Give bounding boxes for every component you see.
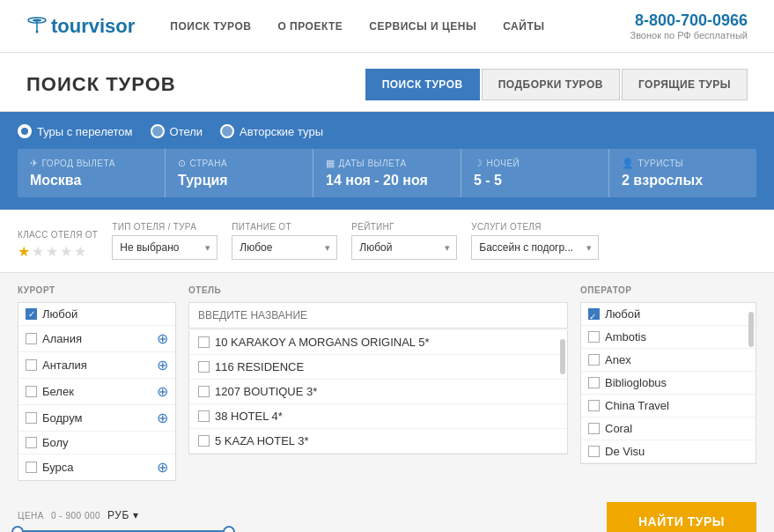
star-4[interactable]: ★ xyxy=(60,243,72,260)
field-dates[interactable]: ▦ ДАТЫ ВЫЛЕТА 14 ноя - 20 ноя xyxy=(313,149,461,197)
resort-label-3: Белек xyxy=(42,385,151,398)
op-cb-1[interactable] xyxy=(588,331,600,343)
op-cb-5[interactable] xyxy=(588,423,600,434)
resort-cb-4[interactable] xyxy=(26,412,37,424)
search-type-row: Туры с перелетом Отели Авторские туры xyxy=(18,124,756,138)
op-label-4: China Travel xyxy=(605,399,669,412)
field-tourists[interactable]: 👤 ТУРИСТЫ 2 взрослых xyxy=(609,149,756,197)
filter-rating: РЕЙТИНГ Любой xyxy=(351,222,457,260)
flight-icon: ✈ xyxy=(30,158,39,169)
star-3[interactable]: ★ xyxy=(46,243,58,260)
radio-hotels[interactable]: Отели xyxy=(151,124,203,138)
search-button[interactable]: НАЙТИ ТУРЫ xyxy=(607,502,756,532)
slider-thumb-right[interactable] xyxy=(223,526,235,532)
operator-scrollbar[interactable] xyxy=(748,312,754,347)
op-cb-6[interactable] xyxy=(588,446,600,457)
radio-tours-with-flight[interactable]: Туры с перелетом xyxy=(18,124,133,138)
hotel-cb-4[interactable] xyxy=(198,435,210,447)
operator-col-title: ОПЕРАТОР xyxy=(580,285,756,295)
nav-item-sites[interactable]: САЙТЫ xyxy=(503,20,544,33)
resort-cb-2[interactable] xyxy=(26,359,37,371)
resort-column: КУРОРТ Любой Алания ⊕ Анталия ⊕ xyxy=(18,285,176,481)
search-panel: Туры с перелетом Отели Авторские туры ✈ … xyxy=(0,112,774,210)
services-label: УСЛУГИ ОТЕЛЯ xyxy=(471,222,599,232)
hotel-item-3[interactable]: 38 HOTEL 4* xyxy=(189,404,567,429)
hotel-item-4[interactable]: 5 KAZA HOTEL 3* xyxy=(189,429,567,454)
resort-item-0[interactable]: Любой xyxy=(18,303,175,326)
hotel-scrollbar[interactable] xyxy=(560,339,565,374)
logo[interactable]: tourvisor xyxy=(26,15,135,38)
slider-thumb-left[interactable] xyxy=(11,526,24,532)
search-fields-row: ✈ ГОРОД ВЫЛЕТА Москва ⊙ СТРАНА Турция ▦ … xyxy=(18,149,756,197)
hotel-item-1[interactable]: 116 RESIDENCE xyxy=(189,355,567,380)
resort-item-1[interactable]: Алания ⊕ xyxy=(18,326,175,352)
field-nights[interactable]: ☽ НОЧЕЙ 5 - 5 xyxy=(461,149,609,197)
resort-cb-5[interactable] xyxy=(26,437,37,448)
resort-cb-6[interactable] xyxy=(26,462,37,473)
stars-row[interactable]: ★ ★ ★ ★ ★ xyxy=(18,243,98,260)
op-item-2[interactable]: Anex xyxy=(581,349,756,372)
person-icon: 👤 xyxy=(622,158,635,169)
op-cb-4[interactable] xyxy=(588,400,600,411)
star-5[interactable]: ★ xyxy=(74,243,86,260)
op-item-5[interactable]: Coral xyxy=(581,417,756,440)
op-item-6[interactable]: De Visu xyxy=(581,440,756,463)
radio-author-tours[interactable]: Авторские туры xyxy=(220,124,323,138)
hotel-item-2[interactable]: 1207 BOUTIQUE 3* xyxy=(189,380,567,404)
resort-plus-1[interactable]: ⊕ xyxy=(157,330,168,347)
phone-number[interactable]: 8-800-700-0966 xyxy=(630,11,748,30)
food-select[interactable]: Любое xyxy=(232,235,337,260)
op-cb-2[interactable] xyxy=(588,354,600,366)
hotel-list: 10 KARAKOY A MORGANS ORIGINAL 5* 116 RES… xyxy=(188,330,568,454)
radio-circle-tours xyxy=(18,124,32,138)
nav-item-about[interactable]: О ПРОЕКТЕ xyxy=(277,20,343,33)
resort-item-2[interactable]: Анталия ⊕ xyxy=(18,352,175,379)
op-item-1[interactable]: Ambotis xyxy=(581,326,756,349)
resort-plus-4[interactable]: ⊕ xyxy=(157,410,168,426)
field-country[interactable]: ⊙ СТРАНА Турция xyxy=(166,149,313,197)
rating-select[interactable]: Любой xyxy=(351,235,457,260)
tab-search-tours[interactable]: ПОИСК ТУРОВ xyxy=(365,69,480,100)
filter-hotel-class: КЛАСС ОТЕЛЯ ОТ ★ ★ ★ ★ ★ xyxy=(18,230,98,260)
nav-item-tours[interactable]: ПОИСК ТУРОВ xyxy=(170,20,251,33)
op-cb-3[interactable] xyxy=(588,377,600,388)
resort-item-4[interactable]: Бодрум ⊕ xyxy=(18,405,175,432)
tab-collections[interactable]: ПОДБОРКИ ТУРОВ xyxy=(482,69,620,100)
hotel-search-input[interactable] xyxy=(188,302,568,329)
nav-item-services[interactable]: СЕРВИСЫ И ЦЕНЫ xyxy=(369,20,476,33)
hotel-cb-1[interactable] xyxy=(198,361,210,373)
hotel-cb-3[interactable] xyxy=(198,410,210,422)
services-select[interactable]: Бассейн с подогр... xyxy=(471,235,599,260)
hotel-type-select[interactable]: Не выбрано xyxy=(112,235,217,260)
svg-point-3 xyxy=(36,30,39,33)
resort-cb-3[interactable] xyxy=(26,386,37,397)
resort-plus-3[interactable]: ⊕ xyxy=(157,383,168,400)
field-dates-value: 14 ноя - 20 ноя xyxy=(326,173,448,188)
resort-item-6[interactable]: Бурса ⊕ xyxy=(18,454,175,480)
resort-item-3[interactable]: Белек ⊕ xyxy=(18,379,175,405)
star-1[interactable]: ★ xyxy=(18,243,30,260)
resort-plus-2[interactable]: ⊕ xyxy=(157,357,168,373)
hotel-type-wrapper: Не выбрано xyxy=(112,235,217,260)
field-departure-city[interactable]: ✈ ГОРОД ВЫЛЕТА Москва xyxy=(18,149,166,197)
resort-cb-0[interactable] xyxy=(26,308,37,320)
op-item-4[interactable]: China Travel xyxy=(581,395,756,417)
resort-cb-1[interactable] xyxy=(26,333,37,344)
tab-hot-tours[interactable]: ГОРЯЩИЕ ТУРЫ xyxy=(622,69,748,100)
hotel-cb-2[interactable] xyxy=(198,386,210,397)
food-wrapper: Любое xyxy=(232,235,337,260)
page-header: ПОИСК ТУРОВ ПОИСК ТУРОВ ПОДБОРКИ ТУРОВ Г… xyxy=(0,53,774,112)
operator-list: Любой Ambotis Anex Biblioglobus China Tr… xyxy=(580,302,756,464)
currency-selector[interactable]: РУБ ▾ xyxy=(107,509,138,521)
hotel-item-0[interactable]: 10 KARAKOY A MORGANS ORIGINAL 5* xyxy=(189,330,567,355)
hotel-cb-0[interactable] xyxy=(198,336,210,348)
resort-label-0: Любой xyxy=(42,307,168,321)
op-cb-0[interactable] xyxy=(588,308,600,320)
field-tourists-label: 👤 ТУРИСТЫ xyxy=(622,158,744,169)
resort-plus-6[interactable]: ⊕ xyxy=(157,459,168,476)
op-item-3[interactable]: Biblioglobus xyxy=(581,372,756,395)
op-item-0[interactable]: Любой xyxy=(581,303,756,326)
star-2[interactable]: ★ xyxy=(32,243,44,260)
phone-block: 8-800-700-0966 Звонок по РФ бесплатный xyxy=(630,11,748,41)
resort-item-5[interactable]: Болу xyxy=(18,432,175,454)
